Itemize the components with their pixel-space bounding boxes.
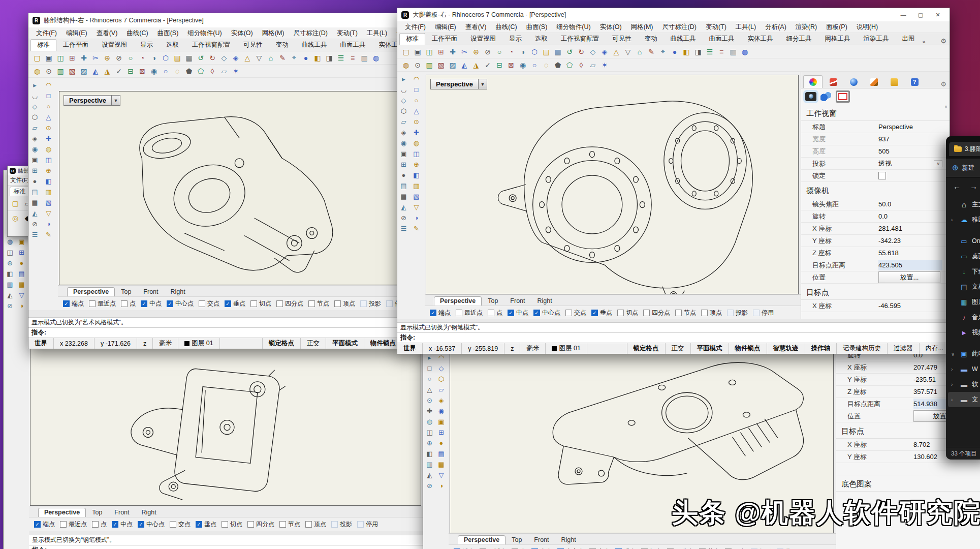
tool-icon[interactable]: ◧ <box>5 269 15 278</box>
toolbar-icon[interactable]: ● <box>670 47 679 56</box>
status-field[interactable]: 毫米 <box>520 343 546 354</box>
toolbar-icon[interactable]: ✶ <box>600 60 609 70</box>
toolbar-icon[interactable]: ⊞ <box>68 53 77 63</box>
checkbox[interactable] <box>222 521 228 528</box>
menu-item[interactable]: 曲线(C) <box>122 29 152 38</box>
osnap-option[interactable]: 停用 <box>777 547 798 549</box>
toolbar-icon[interactable]: ✚ <box>448 47 457 56</box>
tool-icon[interactable]: ▤ <box>436 449 446 458</box>
tool-icon[interactable]: ▥ <box>425 460 434 469</box>
status-toggle[interactable]: 过滤器 <box>887 343 919 354</box>
osnap-option[interactable]: 点 <box>488 309 502 317</box>
status-field[interactable]: x 232.268 <box>54 338 94 349</box>
menu-item[interactable]: 实体(O) <box>595 23 626 32</box>
viewport-canvas[interactable]: Perspective ▼ <box>426 75 799 294</box>
toolbar-icon[interactable]: ▱ <box>588 60 597 70</box>
toolbar-icon[interactable]: ⬠ <box>565 60 574 70</box>
tool-icon[interactable]: ▥ <box>44 188 53 196</box>
toolbar-icon[interactable]: ⊟ <box>495 60 504 70</box>
menu-item[interactable]: 说明(H) <box>852 23 882 32</box>
toolbar-icon[interactable]: ⬡ <box>161 53 170 63</box>
osnap-option[interactable]: 节点 <box>675 309 696 317</box>
checkbox[interactable] <box>121 300 128 307</box>
checkbox[interactable] <box>250 300 257 307</box>
tool-icon[interactable]: ◉ <box>399 139 408 147</box>
osnap-option[interactable]: 交点 <box>565 309 586 317</box>
tool-icon[interactable]: ◈ <box>399 128 408 137</box>
toolbar-tab[interactable]: 变动 <box>269 39 295 51</box>
toolbar-icon[interactable]: ◮ <box>471 60 481 70</box>
viewport-tab[interactable]: Top <box>482 296 504 306</box>
checkbox[interactable] <box>617 310 624 316</box>
toolbar-icon[interactable]: ↺ <box>196 53 205 63</box>
toolbar-tab[interactable]: 工作平面 <box>425 33 464 45</box>
checkbox[interactable] <box>34 521 41 528</box>
viewport-title-chip[interactable]: Perspective ▼ <box>430 79 487 89</box>
toolbar-tab[interactable]: 渲染工具 <box>857 33 896 45</box>
tool-icon[interactable]: ◍ <box>425 417 434 426</box>
tab-materials[interactable] <box>864 75 883 88</box>
status-field[interactable]: 毫米 <box>153 338 178 349</box>
toolbar-icon[interactable]: ◍ <box>401 60 410 70</box>
tool-icon[interactable]: ⊘ <box>399 214 408 222</box>
tool-icon[interactable]: □ <box>412 85 421 94</box>
status-field[interactable]: 图层 01 <box>546 343 587 354</box>
toolbar-tab[interactable]: 曲面工具 <box>703 33 741 45</box>
menu-item[interactable]: 编辑(E) <box>61 29 92 38</box>
osnap-option[interactable]: 最近点 <box>480 547 507 549</box>
toolbar-icon[interactable]: ◧ <box>313 53 322 63</box>
explorer-item[interactable]: 音乐 <box>948 310 980 325</box>
status-field[interactable]: z <box>504 343 520 354</box>
tool-icon[interactable]: ◠ <box>44 81 53 89</box>
tool-icon[interactable]: ▱ <box>399 117 408 126</box>
checkbox[interactable] <box>727 310 734 316</box>
tool-icon[interactable]: ✎ <box>44 230 53 239</box>
toolbar-icon[interactable]: ◍ <box>740 47 749 56</box>
tool-icon[interactable]: ▱ <box>30 124 40 132</box>
checkbox[interactable] <box>199 300 205 307</box>
osnap-option[interactable]: 点 <box>512 547 526 549</box>
toolbar-tab[interactable]: 出图 <box>896 33 922 45</box>
tool-icon[interactable]: ◫ <box>412 149 421 158</box>
osnap-option[interactable]: 中点 <box>508 309 528 317</box>
tool-icon[interactable]: ☰ <box>30 230 40 239</box>
viewport-canvas[interactable]: Perspective ▼ <box>59 91 400 285</box>
tool-icon[interactable]: ⊞ <box>399 160 408 169</box>
tabs-overflow-icon[interactable]: » <box>923 39 926 45</box>
toolbar-icon[interactable]: ⊠ <box>507 60 516 70</box>
chevron-icon[interactable]: › <box>951 367 956 372</box>
osnap-option[interactable]: 中心点 <box>533 309 560 317</box>
osnap-option[interactable]: 顶点 <box>725 547 746 549</box>
explorer-item[interactable]: 下载 <box>948 264 980 279</box>
toolbar-icon[interactable]: ⊘ <box>483 47 492 56</box>
tool-icon[interactable]: ▣ <box>30 156 40 164</box>
tool-icon[interactable]: ▧ <box>44 198 53 207</box>
toolbar-icon[interactable]: ◍ <box>371 53 381 63</box>
tool-icon[interactable]: ◡ <box>30 92 40 100</box>
checkbox[interactable] <box>360 300 367 307</box>
status-toggle[interactable]: 平面模式 <box>690 343 729 354</box>
tool-icon[interactable]: ☰ <box>399 224 408 233</box>
osnap-option[interactable]: 最近点 <box>60 520 87 529</box>
tool-icon[interactable]: ✚ <box>412 128 421 137</box>
checkbox[interactable] <box>167 300 173 307</box>
menu-item[interactable]: 分析(A) <box>761 23 791 32</box>
status-field[interactable]: y -171.626 <box>94 338 137 349</box>
checkbox[interactable] <box>675 310 682 316</box>
osnap-option[interactable]: 垂点 <box>196 520 216 529</box>
menu-item[interactable]: 曲线(C) <box>491 23 521 32</box>
tool-icon[interactable]: ◠ <box>412 75 421 83</box>
osnap-option[interactable]: 节点 <box>279 520 300 529</box>
chevron-down-icon[interactable]: ▼ <box>479 79 487 89</box>
chevron-icon[interactable]: › <box>951 217 956 223</box>
checkbox[interactable] <box>170 521 176 528</box>
toolbar-tab[interactable]: 曲线工具 <box>664 33 703 45</box>
maximize-button[interactable]: ▢ <box>913 10 928 20</box>
tool-icon[interactable]: ⊙ <box>425 396 434 405</box>
checkbox[interactable] <box>643 310 650 316</box>
toolbar-tab[interactable]: 显示 <box>502 33 528 45</box>
toolbar-tab[interactable]: 工作视窗配置 <box>554 33 606 45</box>
menu-item[interactable]: 变动(T) <box>701 23 731 32</box>
toolbar-icon[interactable]: ◑ <box>149 53 159 63</box>
status-field[interactable]: x -16.537 <box>423 343 462 354</box>
